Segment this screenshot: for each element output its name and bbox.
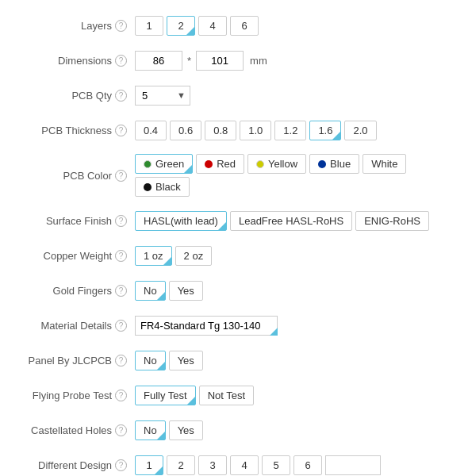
dimensions-row: Dimensions ? * mm [0,43,468,78]
different-design-options: 1 2 3 4 5 6 [135,455,460,475]
pcb-color-help-icon[interactable]: ? [115,170,127,182]
castellated-holes-row: Castellated Holes ? No Yes [0,413,468,447]
panel-jlcpcb-help-icon[interactable]: ? [115,355,127,367]
color-red[interactable]: Red [196,154,244,174]
panel-jlcpcb-options: No Yes [135,351,460,370]
flying-probe-not[interactable]: Not Test [199,386,254,405]
pcb-qty-content: 5 10 15 20 25 30 50 100 ▼ [135,86,460,106]
dimensions-content: * mm [135,51,460,71]
thickness-1.6[interactable]: 1.6 [309,121,341,140]
color-black[interactable]: Black [135,177,190,197]
material-details-wrap [135,316,278,336]
green-dot-icon [144,160,152,168]
pcb-qty-help-icon[interactable]: ? [115,90,127,102]
finish-leadfree-hasl[interactable]: LeadFree HASL-RoHS [230,211,352,231]
layers-option-1[interactable]: 1 [135,16,163,36]
pcb-qty-row: PCB Qty ? 5 10 15 20 25 30 50 100 ▼ [0,78,468,113]
thickness-1.0[interactable]: 1.0 [240,121,271,140]
gold-fingers-row: Gold Fingers ? No Yes [0,273,468,308]
finish-enig-rohs[interactable]: ENIG-RoHS [355,211,429,231]
pcb-color-label: PCB Color ? [8,170,135,182]
thickness-0.4[interactable]: 0.4 [135,121,167,140]
flying-probe-help-icon[interactable]: ? [115,390,127,401]
color-yellow[interactable]: Yellow [247,154,306,174]
pcb-thickness-options: 0.4 0.6 0.8 1.0 1.2 1.6 2.0 [135,121,460,140]
finish-hasl-lead[interactable]: HASL(with lead) [135,211,227,231]
pcb-color-row: PCB Color ? Green Red Yellow Blue White … [0,148,468,203]
blue-dot-icon [318,160,326,168]
color-white[interactable]: White [363,154,406,174]
dimensions-label: Dimensions ? [8,55,135,67]
material-details-label: Material Details ? [8,320,135,332]
pcb-thickness-label: PCB Thickness ? [8,125,135,136]
pcb-qty-label: PCB Qty ? [8,90,135,102]
copper-weight-help-icon[interactable]: ? [115,250,127,262]
pcb-thickness-row: PCB Thickness ? 0.4 0.6 0.8 1.0 1.2 1.6 … [0,113,468,148]
dimensions-separator: * [187,55,191,67]
pcb-thickness-help-icon[interactable]: ? [115,125,127,136]
different-design-row: Different Design ? 1 2 3 4 5 6 [0,447,468,476]
thickness-0.6[interactable]: 0.6 [170,121,201,140]
dimensions-height-input[interactable] [196,51,244,71]
material-details-input[interactable] [135,316,278,336]
material-details-row: Material Details ? [0,308,468,343]
pcb-qty-select-wrap: 5 10 15 20 25 30 50 100 ▼ [135,86,190,106]
castellated-yes[interactable]: Yes [169,420,203,440]
castellated-holes-label: Castellated Holes ? [8,424,135,436]
black-dot-icon [144,183,152,191]
material-details-help-icon[interactable]: ? [115,320,127,332]
gold-fingers-help-icon[interactable]: ? [115,285,127,297]
layers-option-4[interactable]: 4 [198,16,227,36]
flying-probe-row: Flying Probe Test ? Fully Test Not Test [0,378,468,413]
flying-probe-fully[interactable]: Fully Test [135,386,196,405]
yellow-dot-icon [256,160,264,168]
dimensions-unit: mm [250,55,267,67]
copper-2oz[interactable]: 2 oz [175,246,213,266]
design-2[interactable]: 2 [167,455,195,475]
pcb-color-options: Green Red Yellow Blue White Black [135,154,460,197]
copper-weight-row: Copper Weight ? 1 oz 2 oz [0,238,468,273]
castellated-holes-help-icon[interactable]: ? [115,424,127,436]
different-design-extra-input[interactable] [325,455,381,475]
castellated-holes-options: No Yes [135,420,460,440]
design-3[interactable]: 3 [198,455,227,475]
copper-weight-options: 1 oz 2 oz [135,246,460,266]
pcb-qty-select[interactable]: 5 10 15 20 25 30 50 100 [135,86,190,106]
color-blue[interactable]: Blue [309,154,359,174]
dimensions-help-icon[interactable]: ? [115,55,127,67]
layers-option-2[interactable]: 2 [167,16,195,36]
panel-jlcpcb-label: Panel By JLCPCB ? [8,355,135,367]
thickness-2.0[interactable]: 2.0 [344,121,376,140]
copper-1oz[interactable]: 1 oz [135,246,172,266]
gold-fingers-label: Gold Fingers ? [8,285,135,297]
layers-options: 1 2 4 6 [135,16,460,36]
gold-fingers-yes[interactable]: Yes [169,281,203,301]
red-dot-icon [205,160,213,168]
thickness-1.2[interactable]: 1.2 [274,121,306,140]
design-4[interactable]: 4 [230,455,259,475]
layers-row: Layers ? 1 2 4 6 [0,8,468,43]
gold-fingers-no[interactable]: No [135,281,166,301]
castellated-no[interactable]: No [135,420,166,440]
flying-probe-label: Flying Probe Test ? [8,390,135,401]
layers-help-icon[interactable]: ? [115,20,127,32]
thickness-0.8[interactable]: 0.8 [205,121,236,140]
copper-weight-label: Copper Weight ? [8,250,135,262]
material-details-content [135,316,460,336]
design-5[interactable]: 5 [262,455,290,475]
panel-jlcpcb-row: Panel By JLCPCB ? No Yes [0,343,468,378]
different-design-help-icon[interactable]: ? [115,459,127,471]
design-1[interactable]: 1 [135,455,163,475]
layers-label: Layers ? [8,20,135,32]
different-design-label: Different Design ? [8,459,135,471]
surface-finish-label: Surface Finish ? [8,215,135,227]
panel-jlcpcb-yes[interactable]: Yes [169,351,203,370]
color-green[interactable]: Green [135,154,193,174]
surface-finish-row: Surface Finish ? HASL(with lead) LeadFre… [0,203,468,238]
surface-finish-help-icon[interactable]: ? [115,215,127,227]
surface-finish-options: HASL(with lead) LeadFree HASL-RoHS ENIG-… [135,211,460,231]
design-6[interactable]: 6 [293,455,322,475]
dimensions-width-input[interactable] [135,51,182,71]
panel-jlcpcb-no[interactable]: No [135,351,166,370]
layers-option-6[interactable]: 6 [230,16,259,36]
